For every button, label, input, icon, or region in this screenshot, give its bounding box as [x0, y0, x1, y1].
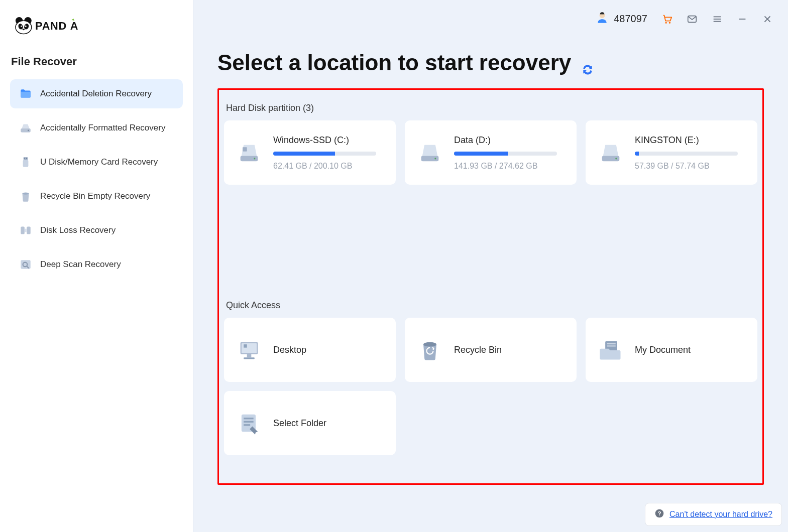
- svg-rect-20: [21, 260, 31, 269]
- svg-rect-52: [244, 424, 250, 426]
- svg-point-24: [665, 22, 667, 23]
- quick-access-label: Quick Access: [226, 300, 757, 311]
- svg-rect-17: [21, 226, 25, 234]
- recycle-bin-icon: [417, 337, 443, 363]
- svg-point-16: [23, 192, 29, 194]
- svg-text:A: A: [70, 20, 78, 32]
- drive-usage-bar: [273, 152, 376, 156]
- quick-label: Select Folder: [273, 418, 326, 429]
- location-panel: Hard Disk partition (3) Windows-SSD (C:)…: [217, 88, 764, 485]
- svg-rect-12: [24, 157, 28, 160]
- sidebar-item-usb[interactable]: U Disk/Memory Card Recovery: [10, 148, 183, 177]
- quick-card-select-folder[interactable]: Select Folder: [224, 391, 396, 455]
- sidebar-item-disk-loss[interactable]: Disk Loss Recovery: [10, 216, 183, 245]
- svg-rect-14: [24, 158, 25, 159]
- quick-label: Desktop: [273, 345, 306, 355]
- usb-icon: [19, 156, 32, 169]
- svg-point-7: [23, 29, 25, 30]
- drive-name: Windows-SSD (C:): [273, 135, 376, 146]
- drive-card-c[interactable]: Windows-SSD (C:) 62.41 GB / 200.10 GB: [224, 120, 396, 185]
- svg-point-5: [21, 26, 22, 27]
- main-content: 487097 Select a location to start recove…: [193, 0, 788, 532]
- mail-icon[interactable]: [687, 14, 698, 25]
- sidebar-item-label: Accidental Deletion Recovery: [40, 89, 152, 99]
- svg-point-39: [615, 158, 617, 159]
- close-button[interactable]: [762, 14, 773, 25]
- disk-loss-icon: [19, 224, 32, 237]
- svg-point-25: [669, 22, 670, 23]
- menu-icon[interactable]: [712, 14, 723, 25]
- svg-rect-42: [244, 344, 247, 348]
- user-id: 487097: [614, 13, 647, 25]
- drive-size: 141.93 GB / 274.62 GB: [454, 162, 557, 171]
- deep-scan-icon: [19, 258, 32, 271]
- svg-point-45: [423, 342, 436, 347]
- svg-point-35: [254, 158, 255, 159]
- svg-rect-44: [244, 357, 255, 359]
- sidebar-item-label: Accidentally Formatted Recovery: [40, 123, 165, 133]
- titlebar: 487097: [596, 11, 773, 27]
- drive-size: 62.41 GB / 200.10 GB: [273, 162, 376, 171]
- sidebar-item-label: U Disk/Memory Card Recovery: [40, 157, 158, 167]
- folder-icon: [19, 87, 32, 100]
- help-pill[interactable]: ? Can't detect your hard drive?: [645, 503, 782, 526]
- svg-text:PAND: PAND: [35, 20, 67, 32]
- svg-rect-10: [21, 128, 31, 132]
- avatar-icon: [596, 11, 609, 27]
- document-folder-icon: [598, 337, 624, 363]
- partition-section-label: Hard Disk partition (3): [226, 103, 757, 113]
- user-account[interactable]: 487097: [596, 11, 647, 27]
- drive-name: Data (D:): [454, 135, 557, 146]
- quick-access-grid: Desktop Recycle Bin My Document: [224, 318, 757, 455]
- svg-rect-48: [607, 345, 615, 346]
- sidebar-item-formatted[interactable]: Accidentally Formatted Recovery: [10, 113, 183, 143]
- sidebar-item-deep-scan[interactable]: Deep Scan Recovery: [10, 250, 183, 279]
- svg-rect-47: [607, 343, 615, 344]
- drive-size: 57.39 GB / 57.74 GB: [635, 162, 738, 171]
- help-link[interactable]: Can't detect your hard drive?: [669, 510, 772, 519]
- quick-label: Recycle Bin: [454, 345, 502, 355]
- sidebar: PAND A File Recover Accidental Deletion …: [0, 0, 193, 532]
- help-icon: ?: [654, 508, 664, 520]
- sidebar-item-label: Disk Loss Recovery: [40, 225, 116, 235]
- sidebar-item-recycle-bin[interactable]: Recycle Bin Empty Recovery: [10, 182, 183, 211]
- sidebar-item-label: Recycle Bin Empty Recovery: [40, 191, 150, 201]
- sidebar-title: File Recover: [11, 55, 183, 68]
- hdd-icon: [417, 140, 443, 166]
- drive-usage-bar: [454, 152, 557, 156]
- svg-rect-43: [247, 354, 252, 358]
- svg-rect-13: [23, 160, 29, 167]
- hdd-icon: [598, 140, 624, 166]
- brand-logo: PAND A: [14, 15, 183, 35]
- cart-icon[interactable]: [661, 14, 672, 25]
- drive-usage-bar: [635, 152, 738, 156]
- trash-icon: [19, 190, 32, 203]
- desktop-icon: [236, 337, 262, 363]
- svg-point-2: [16, 21, 32, 34]
- quick-card-desktop[interactable]: Desktop: [224, 318, 396, 382]
- svg-point-6: [25, 26, 27, 27]
- drive-icon: [19, 121, 32, 135]
- quick-label: My Document: [635, 345, 691, 355]
- refresh-icon[interactable]: [581, 56, 594, 69]
- svg-rect-18: [27, 226, 31, 234]
- sidebar-item-accidental-deletion[interactable]: Accidental Deletion Recovery: [10, 79, 183, 108]
- page-title: Select a location to start recovery: [217, 50, 764, 75]
- svg-point-11: [28, 129, 29, 131]
- select-folder-icon: [236, 410, 262, 436]
- svg-text:?: ?: [657, 510, 661, 516]
- quick-card-recycle-bin[interactable]: Recycle Bin: [405, 318, 577, 382]
- svg-rect-19: [25, 229, 26, 232]
- quick-card-my-document[interactable]: My Document: [586, 318, 757, 382]
- drive-card-d[interactable]: Data (D:) 141.93 GB / 274.62 GB: [405, 120, 577, 185]
- svg-rect-15: [26, 158, 27, 159]
- drive-grid: Windows-SSD (C:) 62.41 GB / 200.10 GB Da…: [224, 120, 757, 185]
- drive-name: KINGSTON (E:): [635, 135, 738, 146]
- minimize-button[interactable]: [737, 14, 748, 25]
- drive-card-e[interactable]: KINGSTON (E:) 57.39 GB / 57.74 GB: [586, 120, 757, 185]
- page-title-text: Select a location to start recovery: [217, 50, 571, 75]
- svg-rect-34: [243, 147, 247, 152]
- svg-rect-50: [244, 418, 254, 419]
- sidebar-item-label: Deep Scan Recovery: [40, 259, 121, 270]
- svg-point-37: [434, 158, 436, 159]
